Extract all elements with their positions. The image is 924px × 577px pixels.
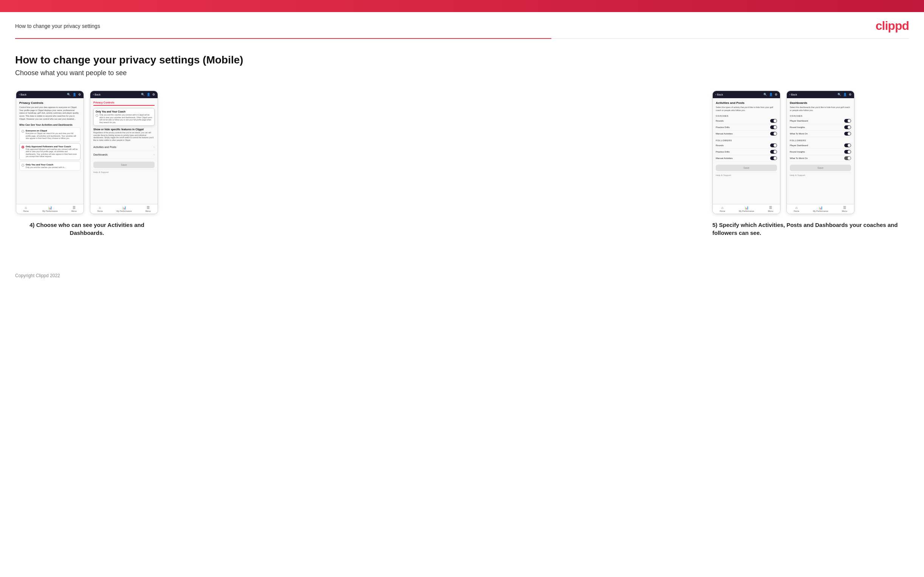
followers-label-3: FOLLOWERS bbox=[716, 139, 777, 142]
coaches-label-4: COACHES bbox=[790, 115, 851, 117]
chevron-left-icon-3: ‹ bbox=[716, 93, 716, 96]
activities-posts-desc: Select the types of activity that you'd … bbox=[716, 106, 777, 112]
dashboards-menu-row[interactable]: Dashboards › bbox=[93, 151, 155, 159]
option-everyone[interactable]: Everyone on Clippd Everyone on Clippd ca… bbox=[19, 127, 81, 142]
player-dash-toggle-f[interactable] bbox=[844, 143, 851, 147]
nav-home[interactable]: ⌂ Home bbox=[23, 206, 29, 212]
manual-label-f: Manual Activities bbox=[716, 157, 733, 160]
nav-icons-3: 🔍 👤 ⚙ bbox=[763, 93, 777, 96]
privacy-controls-desc: Control how you and your data appears to… bbox=[19, 106, 81, 121]
rounds-label-c: Rounds bbox=[716, 120, 724, 122]
round-insights-label-c: Round Insights bbox=[790, 126, 805, 128]
player-dash-toggle-c[interactable] bbox=[844, 119, 851, 123]
dashboards-desc: Select the dashboards that you'd like to… bbox=[790, 106, 851, 112]
user-icon[interactable]: 👤 bbox=[73, 93, 76, 96]
search-icon[interactable]: 🔍 bbox=[67, 93, 71, 96]
screen3-content: Activities and Posts Select the types of… bbox=[713, 98, 780, 204]
toggle-coaches-player: Player Dashboard bbox=[790, 118, 851, 124]
back-label-4: Back bbox=[791, 93, 797, 96]
option-approved[interactable]: Only Approved Followers and Your Coach O… bbox=[19, 143, 81, 160]
option-coach-only-text: Only You and Your Coach Only you and the… bbox=[26, 163, 66, 169]
feature-desc: Regardless of the privacy controls that … bbox=[93, 131, 155, 141]
nav-icons: 🔍 👤 ⚙ bbox=[67, 93, 81, 96]
performance-label-3: My Performance bbox=[739, 210, 754, 212]
player-dash-label-f: Player Dashboard bbox=[790, 144, 808, 147]
user-icon-3[interactable]: 👤 bbox=[769, 93, 773, 96]
screen1-content: Privacy Controls Control how you and you… bbox=[16, 98, 84, 204]
nav-menu-2[interactable]: ☰ Menu bbox=[145, 206, 151, 212]
manual-label-c: Manual Activities bbox=[716, 132, 733, 135]
page-subtitle: Choose what you want people to see bbox=[15, 69, 909, 77]
settings-icon[interactable]: ⚙ bbox=[78, 93, 81, 96]
drills-toggle-c[interactable] bbox=[770, 126, 777, 129]
round-insights-toggle-c[interactable] bbox=[844, 126, 851, 129]
user-icon-4[interactable]: 👤 bbox=[843, 93, 847, 96]
back-button-3[interactable]: ‹ Back bbox=[716, 93, 723, 96]
toggle-followers-manual: Manual Activities bbox=[716, 155, 777, 162]
search-icon-4[interactable]: 🔍 bbox=[837, 93, 841, 96]
help-support-2: Help & Support bbox=[93, 169, 155, 174]
settings-icon-4[interactable]: ⚙ bbox=[849, 93, 851, 96]
back-button[interactable]: ‹ Back bbox=[19, 93, 26, 96]
option-coach-only[interactable]: Only You and Your Coach Only you and the… bbox=[19, 161, 81, 171]
caption-left: 4) Choose who can see your Activities an… bbox=[15, 221, 159, 237]
save-button-2[interactable]: Save bbox=[93, 162, 155, 168]
work-on-label-f: What To Work On bbox=[790, 157, 808, 160]
settings-icon-2[interactable]: ⚙ bbox=[152, 93, 155, 96]
footer: Copyright Clippd 2022 bbox=[0, 266, 924, 286]
work-on-toggle-c[interactable] bbox=[844, 132, 851, 135]
work-on-label-c: What To Work On bbox=[790, 132, 808, 135]
screen2-navbar: ‹ Back 🔍 👤 ⚙ bbox=[90, 91, 158, 98]
toggle-coaches-rounds: Rounds bbox=[716, 118, 777, 124]
toggle-followers-workOn: What To Work On bbox=[790, 155, 851, 162]
nav-home-3[interactable]: ⌂ Home bbox=[720, 206, 725, 212]
back-button-4[interactable]: ‹ Back bbox=[790, 93, 797, 96]
chevron-left-icon-4: ‹ bbox=[790, 93, 790, 96]
manual-toggle-c[interactable] bbox=[770, 132, 777, 135]
nav-menu-4[interactable]: ☰ Menu bbox=[842, 206, 847, 212]
search-icon-3[interactable]: 🔍 bbox=[763, 93, 767, 96]
screen3-mockup: ‹ Back 🔍 👤 ⚙ Activities and Posts Select… bbox=[712, 90, 780, 214]
screen1-mockup: ‹ Back 🔍 👤 ⚙ Privacy Controls Control ho… bbox=[16, 90, 84, 214]
rounds-toggle-c[interactable] bbox=[770, 119, 777, 123]
work-on-toggle-f[interactable] bbox=[844, 156, 851, 160]
nav-menu[interactable]: ☰ Menu bbox=[71, 206, 77, 212]
home-icon: ⌂ bbox=[25, 206, 27, 210]
nav-home-4[interactable]: ⌂ Home bbox=[794, 206, 799, 212]
nav-performance-4[interactable]: 📊 My Performance bbox=[813, 206, 828, 212]
option-approved-text: Only Approved Followers and Your Coach O… bbox=[26, 145, 78, 158]
screen4-bottom-nav: ⌂ Home 📊 My Performance ☰ Menu bbox=[787, 204, 854, 214]
toggle-followers-drills: Practice Drills bbox=[716, 149, 777, 155]
dashboards-label: Dashboards bbox=[93, 153, 108, 156]
menu-icon-2: ☰ bbox=[147, 206, 150, 210]
save-button-3[interactable]: Save bbox=[716, 164, 777, 171]
back-button-2[interactable]: ‹ Back bbox=[93, 93, 100, 96]
nav-performance-2[interactable]: 📊 My Performance bbox=[116, 206, 131, 212]
nav-icons-2: 🔍 👤 ⚙ bbox=[141, 93, 155, 96]
menu-icon-3: ☰ bbox=[769, 206, 772, 210]
popup-desc: Only you and the coaches you connect wit… bbox=[99, 114, 152, 124]
toggle-followers-player: Player Dashboard bbox=[790, 142, 851, 149]
rounds-toggle-f[interactable] bbox=[770, 143, 777, 147]
nav-menu-3[interactable]: ☰ Menu bbox=[768, 206, 773, 212]
nav-home-2[interactable]: ⌂ Home bbox=[97, 206, 103, 212]
user-icon-2[interactable]: 👤 bbox=[147, 93, 150, 96]
toggle-coaches-manual: Manual Activities bbox=[716, 131, 777, 137]
settings-icon-3[interactable]: ⚙ bbox=[775, 93, 777, 96]
nav-performance[interactable]: 📊 My Performance bbox=[42, 206, 57, 212]
activities-label: Activities and Posts bbox=[93, 146, 116, 148]
header: How to change your privacy settings clip… bbox=[0, 12, 924, 38]
activities-menu-row[interactable]: Activities and Posts › bbox=[93, 143, 155, 151]
home-icon-2: ⌂ bbox=[99, 206, 101, 210]
nav-performance-3[interactable]: 📊 My Performance bbox=[739, 206, 754, 212]
menu-icon: ☰ bbox=[73, 206, 76, 210]
manual-toggle-f[interactable] bbox=[770, 156, 777, 160]
radio-coach-only bbox=[21, 164, 24, 166]
save-button-4[interactable]: Save bbox=[790, 164, 851, 171]
search-icon-2[interactable]: 🔍 bbox=[141, 93, 145, 96]
popup-title: Only You and Your Coach bbox=[95, 110, 152, 113]
drills-toggle-f[interactable] bbox=[770, 150, 777, 154]
chart-icon-4: 📊 bbox=[819, 206, 823, 210]
feature-title: Show or hide specific features in Clippd bbox=[93, 128, 155, 131]
round-insights-toggle-f[interactable] bbox=[844, 150, 851, 154]
